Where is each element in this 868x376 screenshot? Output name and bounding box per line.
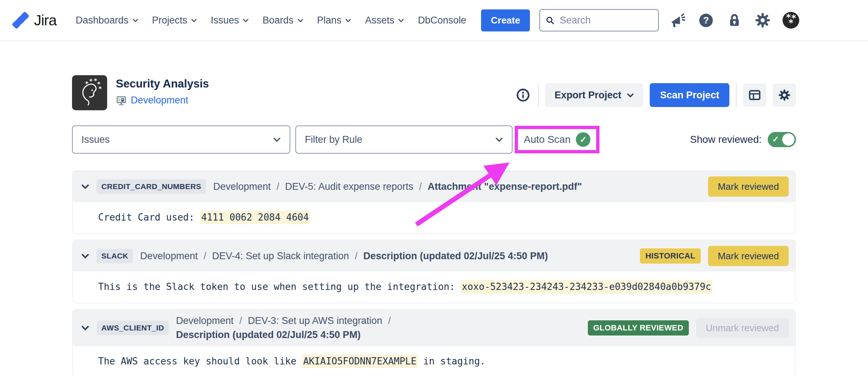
nav-item-label: Plans xyxy=(317,15,342,26)
breadcrumb-segment[interactable]: DEV-5: Audit expense reports xyxy=(285,181,413,192)
finding-breadcrumb: Development/DEV-5: Audit expense reports… xyxy=(213,181,701,192)
finding-actions: Mark reviewed xyxy=(708,176,789,197)
layout-panel-button[interactable] xyxy=(743,84,766,107)
create-button[interactable]: Create xyxy=(481,9,530,31)
settings-gear-icon[interactable] xyxy=(754,12,771,29)
show-reviewed-label: Show reviewed: xyxy=(690,134,762,145)
breadcrumb-separator: / xyxy=(277,181,279,192)
auto-scan-check-icon: ✓ xyxy=(576,132,590,147)
finding-row: AWS_CLIENT_ID Development/DEV-3: Set up … xyxy=(72,309,796,376)
nav-menu-item[interactable]: Issues xyxy=(204,15,256,26)
review-action-button[interactable]: Mark reviewed xyxy=(708,246,789,266)
nav-item-label: Projects xyxy=(152,15,187,26)
scan-project-button[interactable]: Scan Project xyxy=(650,83,729,107)
breadcrumb-segment[interactable]: Development xyxy=(213,181,271,192)
project-link-label: Development xyxy=(131,95,188,106)
svg-text:?: ? xyxy=(703,15,709,26)
rule-badge: AWS_CLIENT_ID xyxy=(97,321,169,335)
nav-menu-item[interactable]: Projects xyxy=(145,15,204,26)
breadcrumb-separator: / xyxy=(419,181,422,192)
help-icon[interactable]: ? xyxy=(698,12,715,29)
auto-scan-indicator[interactable]: Auto Scan ✓ xyxy=(518,129,596,150)
finding-breadcrumb: Development/DEV-4: Set up Slack integrat… xyxy=(140,251,633,262)
breadcrumb-segment[interactable]: Development xyxy=(176,315,233,326)
show-reviewed-toggle[interactable]: ✓ xyxy=(768,132,796,147)
info-icon[interactable] xyxy=(515,87,531,103)
detected-secret-value: xoxo-523423-234243-234233-e039d02840a0b9… xyxy=(461,280,712,294)
finding-content: This is the Slack token to use when sett… xyxy=(73,272,795,303)
chevron-down-icon xyxy=(627,93,634,98)
secret-context-text: in staging. xyxy=(418,356,486,367)
breadcrumb-location: Description (updated 02/Jul/25 4:50 PM) xyxy=(363,251,548,262)
breadcrumb-separator: / xyxy=(388,315,391,326)
project-avatar: * * * * * xyxy=(72,75,107,110)
divider xyxy=(538,83,539,107)
detected-secret-value: 4111 0062 2084 4604 xyxy=(200,210,310,224)
status-badge: HISTORICAL xyxy=(640,248,701,264)
show-reviewed-control: Show reviewed: ✓ xyxy=(690,132,796,147)
svg-text:*: * xyxy=(85,80,88,87)
mind-face-art-icon: * * * * * xyxy=(75,78,105,108)
nav-menu: Dashboards Projects Issues Boards xyxy=(69,15,473,26)
page-content: * * * * * Security Analysis xyxy=(72,75,796,376)
secret-context-text: This is the Slack token to use when sett… xyxy=(98,281,461,292)
jira-logo[interactable]: Jira xyxy=(12,11,56,29)
nav-icons: ? xyxy=(670,12,799,29)
rule-filter-select[interactable]: Filter by Rule xyxy=(295,125,513,154)
issues-filter-value: Issues xyxy=(81,134,110,145)
title-block: Security Analysis Development xyxy=(116,75,209,106)
project-monitor-icon xyxy=(116,95,127,106)
nav-menu-item[interactable]: Assets xyxy=(358,15,411,26)
finding-row: SLACK Development/DEV-4: Set up Slack in… xyxy=(72,240,796,303)
finding-header[interactable]: CREDIT_CARD_NUMBERS Development/DEV-5: A… xyxy=(73,171,795,202)
secret-context-text: Credit Card used: xyxy=(98,212,200,223)
nav-menu-item[interactable]: DbConsole xyxy=(411,15,473,26)
nav-item-label: Assets xyxy=(365,15,394,26)
finding-header[interactable]: AWS_CLIENT_ID Development/DEV-3: Set up … xyxy=(73,310,795,346)
finding-row: CREDIT_CARD_NUMBERS Development/DEV-5: A… xyxy=(72,170,796,234)
breadcrumb-separator: / xyxy=(239,315,242,326)
issues-filter-select[interactable]: Issues xyxy=(72,125,290,154)
divider xyxy=(736,83,737,107)
annotation-highlight-box: Auto Scan ✓ xyxy=(515,126,599,153)
top-navigation-bar: Jira Dashboards Projects Issues Boards xyxy=(0,0,868,41)
auto-scan-label: Auto Scan xyxy=(524,134,570,145)
page-header: * * * * * Security Analysis xyxy=(72,75,796,110)
chevron-expand-icon[interactable] xyxy=(81,253,89,258)
user-avatar[interactable]: * * * xyxy=(783,12,799,29)
filter-row: Issues Filter by Rule Auto Scan ✓ Show r… xyxy=(72,125,796,154)
project-settings-button[interactable] xyxy=(773,84,796,107)
svg-text:*: * xyxy=(94,78,97,84)
chevron-down-icon xyxy=(298,18,303,22)
chevron-down-icon xyxy=(132,18,138,22)
nav-menu-item[interactable]: Dashboards xyxy=(69,15,145,26)
chevron-down-icon xyxy=(495,137,503,142)
breadcrumb-segment[interactable]: Development xyxy=(140,251,198,262)
breadcrumb-separator: / xyxy=(203,251,206,262)
review-action-button[interactable]: Unmark reviewed xyxy=(696,318,789,338)
export-project-label: Export Project xyxy=(555,90,621,101)
review-action-button[interactable]: Mark reviewed xyxy=(708,176,789,197)
announcements-icon[interactable] xyxy=(670,12,686,29)
nav-item-label: Dashboards xyxy=(76,15,128,26)
search-box[interactable] xyxy=(539,9,659,31)
nav-menu-item[interactable]: Boards xyxy=(256,15,310,26)
project-link[interactable]: Development xyxy=(116,95,209,106)
breadcrumb-segment[interactable]: DEV-3: Set up AWS integration xyxy=(248,315,382,326)
breadcrumb-segment[interactable]: DEV-4: Set up Slack integration xyxy=(212,251,349,262)
lock-icon[interactable] xyxy=(726,12,743,29)
search-input[interactable] xyxy=(559,14,653,26)
chevron-expand-icon[interactable] xyxy=(81,184,89,189)
jira-logo-text: Jira xyxy=(34,12,56,29)
toggle-check-icon: ✓ xyxy=(772,134,779,144)
chevron-expand-icon[interactable] xyxy=(81,325,89,330)
header-actions: Export Project Scan Project xyxy=(515,83,796,107)
nav-item-label: DbConsole xyxy=(418,15,466,26)
finding-header[interactable]: SLACK Development/DEV-4: Set up Slack in… xyxy=(73,240,795,272)
nav-item-label: Issues xyxy=(211,15,239,26)
secret-context-text: The AWS access key should look like xyxy=(98,356,302,367)
nav-menu-item[interactable]: Plans xyxy=(310,15,358,26)
export-project-button[interactable]: Export Project xyxy=(545,83,644,107)
gear-icon xyxy=(778,89,791,102)
finding-actions: HISTORICALMark reviewed xyxy=(640,246,789,266)
